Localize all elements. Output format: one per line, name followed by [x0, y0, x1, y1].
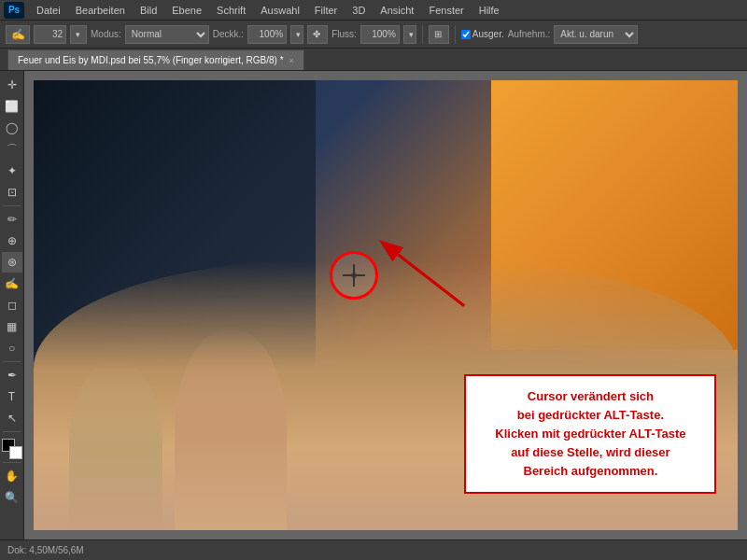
flow-input[interactable] [360, 25, 400, 44]
left-toolbar: ✛ ⬜ ◯ ⌒ ✦ ⊡ ✏ ⊕ ⊛ ✍ ◻ ▦ ○ ✒ T ↖ ✋ 🔍 [0, 71, 24, 539]
opacity-expand-btn[interactable]: ▾ [290, 25, 303, 44]
aufnehm-label: Aufnehm.: [508, 29, 551, 39]
flow-expand-btn[interactable]: ▾ [403, 25, 416, 44]
menu-schrift[interactable]: Schrift [210, 3, 252, 18]
ps-logo: Ps [4, 2, 24, 19]
status-info: Dok: 4,50M/56,6M [7, 545, 84, 555]
menu-bearbeiten[interactable]: Bearbeiten [69, 3, 132, 18]
crosshair-dot [351, 273, 357, 278]
separator1 [422, 25, 423, 44]
text-btn[interactable]: T [2, 386, 22, 407]
lasso-btn[interactable]: ⌒ [2, 139, 22, 160]
menu-bild[interactable]: Bild [134, 3, 163, 18]
status-bar: Dok: 4,50M/56,6M [0, 539, 747, 560]
clone-stamp-btn[interactable]: ⊛ [2, 252, 22, 273]
finger2 [69, 359, 162, 530]
menu-filter[interactable]: Filter [308, 3, 344, 18]
menu-3d[interactable]: 3D [345, 3, 372, 18]
hand-btn[interactable]: ✋ [2, 466, 22, 486]
opacity-input[interactable] [247, 25, 287, 44]
eraser-btn[interactable]: ◻ [2, 295, 22, 315]
photo-canvas: Cursor verändert sichbei gedrückter ALT-… [34, 80, 738, 530]
svg-line-1 [384, 244, 464, 306]
menu-hilfe[interactable]: Hilfe [472, 3, 506, 18]
finger1 [175, 328, 287, 530]
menu-datei[interactable]: Datei [30, 3, 67, 18]
zoom-btn[interactable]: 🔍 [2, 487, 22, 508]
tool-sep1 [3, 205, 21, 206]
canvas-area: Cursor verändert sichbei gedrückter ALT-… [24, 71, 747, 539]
move-tool-btn[interactable]: ✛ [2, 75, 22, 95]
menu-ebene[interactable]: Ebene [165, 3, 208, 18]
ausger-checkbox-label[interactable]: Ausger. [461, 29, 504, 39]
flow-label: Fluss: [331, 29, 357, 39]
eyedropper-btn[interactable]: ✏ [2, 209, 22, 230]
options-bar: ✍ ▾ Modus: Normal Deckk.: ▾ ✤ Fluss: ▾ ⊞… [0, 21, 747, 49]
brush-size-slider-btn[interactable]: ▾ [70, 25, 87, 44]
workspace: ✛ ⬜ ◯ ⌒ ✦ ⊡ ✏ ⊕ ⊛ ✍ ◻ ▦ ○ ✒ T ↖ ✋ 🔍 [0, 71, 747, 539]
ausger-checkbox[interactable] [461, 30, 471, 39]
pen-btn[interactable]: ✒ [2, 365, 22, 385]
menu-ansicht[interactable]: Ansicht [374, 3, 420, 18]
callout-text: Cursor verändert sichbei gedrückter ALT-… [479, 387, 701, 482]
photo-background: Cursor verändert sichbei gedrückter ALT-… [34, 80, 738, 530]
tab-bar: Feuer und Eis by MDI.psd bei 55,7% (Fing… [0, 49, 747, 71]
separator2 [455, 25, 456, 44]
tab-title: Feuer und Eis by MDI.psd bei 55,7% (Fing… [18, 55, 284, 65]
menu-bar: Ps Datei Bearbeiten Bild Ebene Schrift A… [0, 0, 747, 21]
color-swatches[interactable] [2, 439, 22, 459]
marquee-rect-btn[interactable]: ⬜ [2, 96, 22, 117]
background-color[interactable] [9, 446, 22, 459]
aufnehm-select[interactable]: Akt. u. darun [554, 25, 638, 44]
annotation-circle [330, 251, 378, 300]
tool-sep2 [3, 361, 21, 362]
tool-sep4 [3, 462, 21, 463]
document-tab[interactable]: Feuer und Eis by MDI.psd bei 55,7% (Fing… [7, 49, 304, 70]
callout-box: Cursor verändert sichbei gedrückter ALT-… [464, 374, 716, 495]
opacity-label: Deckk.: [213, 29, 244, 39]
brush-btn[interactable]: ✍ [2, 273, 22, 294]
gradient-btn[interactable]: ▦ [2, 316, 22, 337]
mode-label: Modus: [91, 29, 121, 39]
tool-sep3 [3, 431, 21, 432]
marquee-ellipse-btn[interactable]: ◯ [2, 118, 22, 138]
menu-auswahl[interactable]: Auswahl [254, 3, 306, 18]
dodge-btn[interactable]: ○ [2, 338, 22, 358]
tablet-pressure-btn[interactable]: ⊞ [429, 25, 449, 44]
brush-preset-picker[interactable]: ✍ [6, 25, 30, 44]
healing-brush-btn[interactable]: ⊕ [2, 231, 22, 251]
menu-fenster[interactable]: Fenster [422, 3, 470, 18]
brush-size-input[interactable] [34, 25, 66, 44]
path-select-btn[interactable]: ↖ [2, 408, 22, 428]
airbrush-btn[interactable]: ✤ [307, 25, 328, 44]
ausger-label-text: Ausger. [472, 29, 504, 39]
quick-select-btn[interactable]: ✦ [2, 161, 22, 181]
crosshair-cursor-icon [343, 264, 365, 287]
crop-btn[interactable]: ⊡ [2, 182, 22, 203]
blend-mode-select[interactable]: Normal [125, 25, 209, 44]
tab-close-btn[interactable]: × [289, 56, 294, 65]
